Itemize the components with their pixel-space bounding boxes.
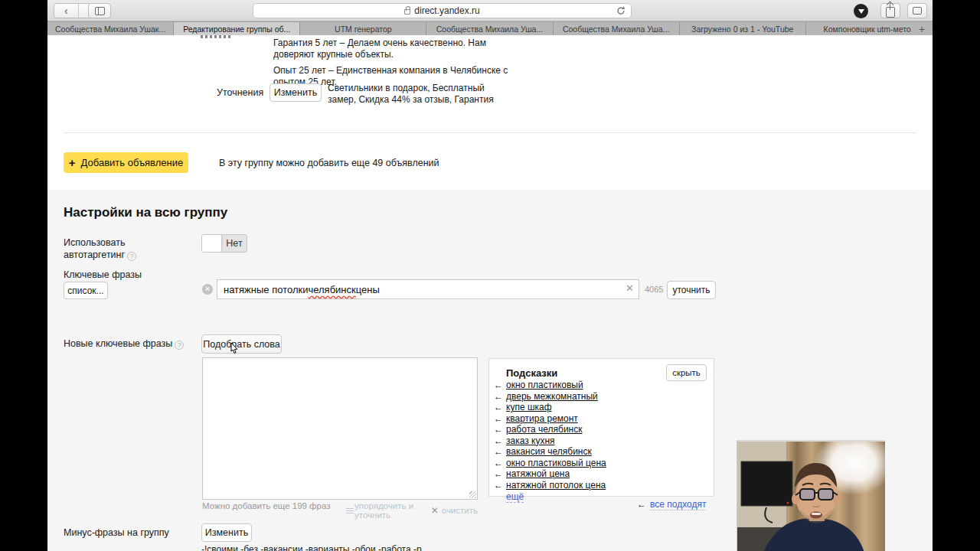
add-phrase-arrow-icon[interactable]: [494, 413, 506, 424]
all-fit-link[interactable]: все подходят: [650, 499, 706, 510]
webcam-scene: [737, 442, 885, 551]
toggle-knob: [202, 235, 222, 252]
textarea-tools: упорядочить и уточнить ✕ очистить: [346, 501, 478, 520]
order-refine-link[interactable]: упорядочить и уточнить: [354, 501, 423, 520]
autotargeting-label: Использовать автотаргетинг?: [64, 236, 136, 261]
sidebar-icon: [95, 7, 105, 15]
textarea-hint: Можно добавить еще 199 фраз: [202, 501, 331, 510]
remove-row-icon[interactable]: ✕: [202, 284, 213, 295]
suggestions-panel: Подсказки скрыть окно пластиковыйдверь м…: [488, 358, 714, 497]
browser-toolbar: ‹ › direct.yandex.ru: [47, 0, 933, 21]
browser-tab[interactable]: Загружено 0 из 1 - YouTube: [680, 22, 806, 35]
hide-suggestions-button[interactable]: скрыть: [666, 364, 707, 381]
callout-line: Гарантия 5 лет – Делаем очень качественн…: [273, 37, 511, 60]
suggestion-row: натяжной цена: [494, 468, 606, 480]
new-phrases-textarea[interactable]: [202, 357, 478, 500]
keywords-label: Ключевые фразы: [64, 269, 142, 280]
add-phrase-arrow-icon[interactable]: [494, 402, 506, 412]
add-ad-button[interactable]: + Добавить объявление: [64, 152, 188, 173]
keyword-input[interactable]: натяжные потолки челябинск цены: [217, 279, 639, 299]
new-tab-button[interactable]: +: [911, 22, 933, 35]
more-suggestions-link[interactable]: ещё: [506, 491, 524, 503]
add-phrase-arrow-icon[interactable]: [494, 446, 506, 457]
suggestion-link[interactable]: вакансия челябинск: [506, 446, 592, 457]
suggestion-link[interactable]: окно пластиковый цена: [506, 458, 606, 468]
resize-handle-icon[interactable]: [469, 491, 476, 498]
share-button[interactable]: [880, 3, 900, 18]
misspelled-word: челябинск: [308, 284, 355, 295]
clarifications-label: Уточнения: [217, 87, 263, 98]
suggestion-row: работа челябинск: [494, 424, 606, 435]
add-phrase-arrow-icon[interactable]: [494, 380, 506, 390]
add-phrase-arrow-icon[interactable]: [494, 424, 506, 435]
plus-icon: +: [69, 157, 76, 168]
keyword-count: 4065: [645, 285, 663, 294]
add-ad-hint: В эту группу можно добавить еще 49 объяв…: [219, 158, 439, 168]
suggestion-row: квартира ремонт: [494, 413, 606, 425]
sidebar-toggle-button[interactable]: [88, 3, 111, 18]
suggestion-row: заказ кухня: [494, 435, 606, 447]
tab-bar: Сообщества Михаила Ушак...Редактирование…: [47, 21, 933, 35]
suggestion-link[interactable]: окно пластиковый: [506, 380, 583, 390]
browser-tab[interactable]: Редактирование группы об...: [174, 22, 300, 35]
browser-tab[interactable]: Сообщества Михаила Уша...: [426, 22, 553, 35]
minus-phrases-label: Минус-фразы на группу: [64, 527, 169, 538]
browser-tab[interactable]: UTM генератор: [300, 22, 426, 35]
lock-icon: [404, 9, 410, 15]
reload-icon[interactable]: [616, 6, 626, 15]
url-text: direct.yandex.ru: [414, 5, 479, 16]
share-icon: [886, 7, 895, 18]
callouts-text: Гарантия 5 лет – Делаем очень качественн…: [273, 37, 511, 88]
pick-words-button[interactable]: Подобрать слова: [201, 334, 282, 354]
help-icon[interactable]: ?: [127, 252, 136, 261]
toggle-value: Нет: [222, 235, 247, 252]
suggestion-row: окно пластиковый цена: [494, 458, 606, 469]
add-phrase-arrow-icon[interactable]: [494, 435, 506, 446]
show-tabs-button[interactable]: [907, 3, 927, 18]
back-icon[interactable]: ‹: [54, 4, 78, 18]
minus-phrases-value: -!своими -без -вакансии -варианты -обои …: [201, 544, 430, 551]
webcam-overlay: [737, 440, 885, 551]
suggestion-list: окно пластиковыйдверь межкомнатныйкупе ш…: [494, 380, 606, 491]
suggestion-link[interactable]: заказ кухня: [506, 435, 555, 446]
add-ad-label: Добавить объявление: [81, 157, 184, 168]
browser-tab[interactable]: Сообщества Михаила Уша...: [554, 22, 680, 35]
keywords-list-button[interactable]: список...: [64, 282, 108, 299]
suggestion-link[interactable]: дверь межкомнатный: [506, 391, 598, 402]
section-divider: [64, 132, 916, 133]
address-bar[interactable]: direct.yandex.ru: [253, 3, 632, 18]
clarifications-value: Светильники в подарок, Бесплатный замер,…: [328, 83, 511, 106]
tabs-overview-icon: [913, 7, 922, 15]
video-frame: ‹ › direct.yandex.ru С: [0, 0, 980, 551]
refine-button[interactable]: уточнить: [667, 281, 716, 299]
add-phrase-arrow-icon[interactable]: [494, 458, 506, 468]
suggestions-title: Подсказки: [506, 367, 557, 379]
suggestion-row: окно пластиковый: [494, 380, 606, 391]
suggestion-row: дверь межкомнатный: [494, 391, 606, 403]
browser-tab[interactable]: Сообщества Михаила Ушак...: [47, 22, 174, 35]
suggestion-link[interactable]: купе шкаф: [506, 402, 552, 412]
all-fit-arrow-icon: [637, 499, 650, 510]
autotargeting-toggle[interactable]: Нет: [201, 234, 247, 253]
clear-input-icon[interactable]: ✕: [626, 284, 635, 293]
clear-link[interactable]: очистить: [442, 506, 478, 515]
suggestion-link[interactable]: натяжной потолок цена: [506, 480, 606, 491]
all-fit-row: все подходят: [637, 499, 706, 510]
download-indicator[interactable]: [854, 4, 868, 18]
suggestion-row: купе шкаф: [494, 402, 606, 413]
add-phrase-arrow-icon[interactable]: [494, 480, 506, 491]
suggestion-row: вакансия челябинск: [494, 446, 606, 458]
add-phrase-arrow-icon[interactable]: [494, 468, 506, 479]
clear-x-icon: ✕: [431, 505, 439, 516]
minus-phrases-edit-button[interactable]: Изменить: [201, 523, 252, 542]
suggestion-link[interactable]: квартира ремонт: [506, 413, 578, 424]
sort-icon: [346, 507, 351, 514]
help-icon[interactable]: ?: [175, 341, 184, 350]
section-title: Настройки на всю группу: [64, 205, 227, 220]
suggestion-link[interactable]: работа челябинск: [506, 424, 582, 435]
mouse-cursor: [228, 342, 239, 355]
suggestion-link[interactable]: натяжной цена: [506, 468, 570, 479]
clipped-label-fragment: [201, 35, 231, 38]
add-phrase-arrow-icon[interactable]: [494, 391, 506, 402]
clarifications-edit-button[interactable]: Изменить: [270, 83, 322, 102]
